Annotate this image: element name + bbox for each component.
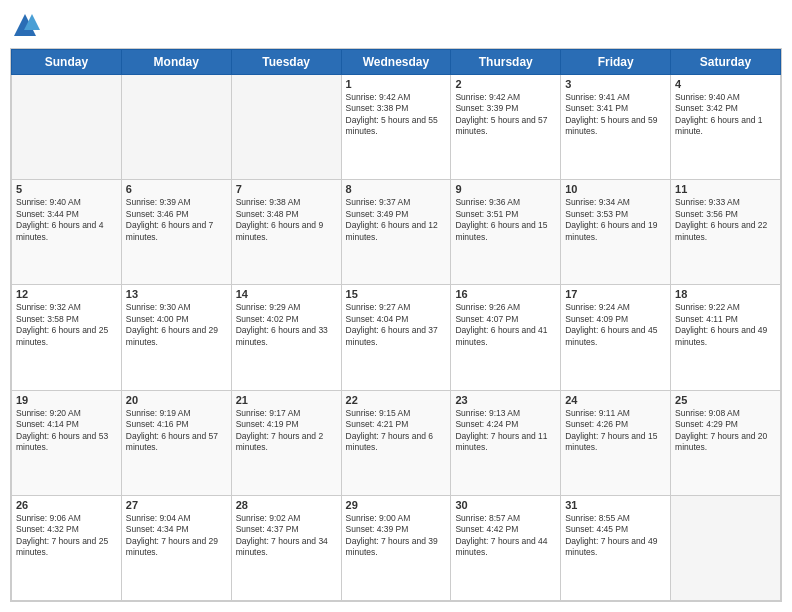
week-row-4: 19Sunrise: 9:20 AM Sunset: 4:14 PM Dayli… bbox=[12, 390, 781, 495]
day-number: 27 bbox=[126, 499, 227, 511]
day-info: Sunrise: 9:27 AM Sunset: 4:04 PM Dayligh… bbox=[346, 302, 447, 348]
day-number: 22 bbox=[346, 394, 447, 406]
day-cell-9: 9Sunrise: 9:36 AM Sunset: 3:51 PM Daylig… bbox=[451, 180, 561, 285]
week-row-5: 26Sunrise: 9:06 AM Sunset: 4:32 PM Dayli… bbox=[12, 495, 781, 600]
day-number: 6 bbox=[126, 183, 227, 195]
day-header-tuesday: Tuesday bbox=[231, 50, 341, 75]
day-number: 1 bbox=[346, 78, 447, 90]
day-info: Sunrise: 9:39 AM Sunset: 3:46 PM Dayligh… bbox=[126, 197, 227, 243]
day-info: Sunrise: 9:06 AM Sunset: 4:32 PM Dayligh… bbox=[16, 513, 117, 559]
day-cell-2: 2Sunrise: 9:42 AM Sunset: 3:39 PM Daylig… bbox=[451, 75, 561, 180]
day-number: 12 bbox=[16, 288, 117, 300]
day-number: 24 bbox=[565, 394, 666, 406]
day-header-monday: Monday bbox=[121, 50, 231, 75]
day-info: Sunrise: 9:40 AM Sunset: 3:42 PM Dayligh… bbox=[675, 92, 776, 138]
day-cell-26: 26Sunrise: 9:06 AM Sunset: 4:32 PM Dayli… bbox=[12, 495, 122, 600]
page: SundayMondayTuesdayWednesdayThursdayFrid… bbox=[0, 0, 792, 612]
day-cell-18: 18Sunrise: 9:22 AM Sunset: 4:11 PM Dayli… bbox=[671, 285, 781, 390]
day-number: 18 bbox=[675, 288, 776, 300]
day-info: Sunrise: 9:30 AM Sunset: 4:00 PM Dayligh… bbox=[126, 302, 227, 348]
day-number: 7 bbox=[236, 183, 337, 195]
day-cell-15: 15Sunrise: 9:27 AM Sunset: 4:04 PM Dayli… bbox=[341, 285, 451, 390]
day-info: Sunrise: 9:40 AM Sunset: 3:44 PM Dayligh… bbox=[16, 197, 117, 243]
day-info: Sunrise: 9:41 AM Sunset: 3:41 PM Dayligh… bbox=[565, 92, 666, 138]
day-info: Sunrise: 9:33 AM Sunset: 3:56 PM Dayligh… bbox=[675, 197, 776, 243]
logo bbox=[10, 10, 44, 40]
day-cell-13: 13Sunrise: 9:30 AM Sunset: 4:00 PM Dayli… bbox=[121, 285, 231, 390]
day-cell-27: 27Sunrise: 9:04 AM Sunset: 4:34 PM Dayli… bbox=[121, 495, 231, 600]
day-info: Sunrise: 8:57 AM Sunset: 4:42 PM Dayligh… bbox=[455, 513, 556, 559]
day-number: 14 bbox=[236, 288, 337, 300]
day-number: 3 bbox=[565, 78, 666, 90]
day-cell-3: 3Sunrise: 9:41 AM Sunset: 3:41 PM Daylig… bbox=[561, 75, 671, 180]
day-info: Sunrise: 9:26 AM Sunset: 4:07 PM Dayligh… bbox=[455, 302, 556, 348]
day-info: Sunrise: 9:17 AM Sunset: 4:19 PM Dayligh… bbox=[236, 408, 337, 454]
day-header-thursday: Thursday bbox=[451, 50, 561, 75]
day-info: Sunrise: 9:38 AM Sunset: 3:48 PM Dayligh… bbox=[236, 197, 337, 243]
day-number: 17 bbox=[565, 288, 666, 300]
day-cell-empty bbox=[12, 75, 122, 180]
day-info: Sunrise: 9:20 AM Sunset: 4:14 PM Dayligh… bbox=[16, 408, 117, 454]
day-cell-29: 29Sunrise: 9:00 AM Sunset: 4:39 PM Dayli… bbox=[341, 495, 451, 600]
day-info: Sunrise: 9:24 AM Sunset: 4:09 PM Dayligh… bbox=[565, 302, 666, 348]
day-info: Sunrise: 9:13 AM Sunset: 4:24 PM Dayligh… bbox=[455, 408, 556, 454]
calendar-body: 1Sunrise: 9:42 AM Sunset: 3:38 PM Daylig… bbox=[12, 75, 781, 601]
day-info: Sunrise: 9:08 AM Sunset: 4:29 PM Dayligh… bbox=[675, 408, 776, 454]
day-info: Sunrise: 9:32 AM Sunset: 3:58 PM Dayligh… bbox=[16, 302, 117, 348]
day-number: 16 bbox=[455, 288, 556, 300]
day-cell-21: 21Sunrise: 9:17 AM Sunset: 4:19 PM Dayli… bbox=[231, 390, 341, 495]
calendar-header: SundayMondayTuesdayWednesdayThursdayFrid… bbox=[12, 50, 781, 75]
day-info: Sunrise: 9:34 AM Sunset: 3:53 PM Dayligh… bbox=[565, 197, 666, 243]
day-cell-14: 14Sunrise: 9:29 AM Sunset: 4:02 PM Dayli… bbox=[231, 285, 341, 390]
day-number: 21 bbox=[236, 394, 337, 406]
day-number: 10 bbox=[565, 183, 666, 195]
day-cell-17: 17Sunrise: 9:24 AM Sunset: 4:09 PM Dayli… bbox=[561, 285, 671, 390]
header bbox=[10, 10, 782, 40]
day-number: 2 bbox=[455, 78, 556, 90]
day-cell-5: 5Sunrise: 9:40 AM Sunset: 3:44 PM Daylig… bbox=[12, 180, 122, 285]
day-number: 20 bbox=[126, 394, 227, 406]
day-number: 15 bbox=[346, 288, 447, 300]
day-cell-20: 20Sunrise: 9:19 AM Sunset: 4:16 PM Dayli… bbox=[121, 390, 231, 495]
day-info: Sunrise: 9:37 AM Sunset: 3:49 PM Dayligh… bbox=[346, 197, 447, 243]
day-info: Sunrise: 9:04 AM Sunset: 4:34 PM Dayligh… bbox=[126, 513, 227, 559]
day-cell-24: 24Sunrise: 9:11 AM Sunset: 4:26 PM Dayli… bbox=[561, 390, 671, 495]
day-info: Sunrise: 9:36 AM Sunset: 3:51 PM Dayligh… bbox=[455, 197, 556, 243]
day-cell-23: 23Sunrise: 9:13 AM Sunset: 4:24 PM Dayli… bbox=[451, 390, 561, 495]
day-cell-1: 1Sunrise: 9:42 AM Sunset: 3:38 PM Daylig… bbox=[341, 75, 451, 180]
day-info: Sunrise: 8:55 AM Sunset: 4:45 PM Dayligh… bbox=[565, 513, 666, 559]
day-cell-22: 22Sunrise: 9:15 AM Sunset: 4:21 PM Dayli… bbox=[341, 390, 451, 495]
day-header-saturday: Saturday bbox=[671, 50, 781, 75]
day-cell-28: 28Sunrise: 9:02 AM Sunset: 4:37 PM Dayli… bbox=[231, 495, 341, 600]
day-header-friday: Friday bbox=[561, 50, 671, 75]
day-cell-10: 10Sunrise: 9:34 AM Sunset: 3:53 PM Dayli… bbox=[561, 180, 671, 285]
week-row-1: 1Sunrise: 9:42 AM Sunset: 3:38 PM Daylig… bbox=[12, 75, 781, 180]
logo-icon bbox=[10, 10, 40, 40]
header-row: SundayMondayTuesdayWednesdayThursdayFrid… bbox=[12, 50, 781, 75]
calendar-table: SundayMondayTuesdayWednesdayThursdayFrid… bbox=[11, 49, 781, 601]
day-cell-empty bbox=[671, 495, 781, 600]
day-cell-30: 30Sunrise: 8:57 AM Sunset: 4:42 PM Dayli… bbox=[451, 495, 561, 600]
day-info: Sunrise: 9:11 AM Sunset: 4:26 PM Dayligh… bbox=[565, 408, 666, 454]
day-cell-7: 7Sunrise: 9:38 AM Sunset: 3:48 PM Daylig… bbox=[231, 180, 341, 285]
day-cell-empty bbox=[231, 75, 341, 180]
calendar: SundayMondayTuesdayWednesdayThursdayFrid… bbox=[10, 48, 782, 602]
day-cell-empty bbox=[121, 75, 231, 180]
day-number: 13 bbox=[126, 288, 227, 300]
day-cell-19: 19Sunrise: 9:20 AM Sunset: 4:14 PM Dayli… bbox=[12, 390, 122, 495]
day-number: 29 bbox=[346, 499, 447, 511]
day-cell-4: 4Sunrise: 9:40 AM Sunset: 3:42 PM Daylig… bbox=[671, 75, 781, 180]
day-info: Sunrise: 9:42 AM Sunset: 3:39 PM Dayligh… bbox=[455, 92, 556, 138]
day-number: 19 bbox=[16, 394, 117, 406]
day-number: 8 bbox=[346, 183, 447, 195]
day-number: 30 bbox=[455, 499, 556, 511]
day-number: 9 bbox=[455, 183, 556, 195]
day-number: 4 bbox=[675, 78, 776, 90]
week-row-2: 5Sunrise: 9:40 AM Sunset: 3:44 PM Daylig… bbox=[12, 180, 781, 285]
day-number: 26 bbox=[16, 499, 117, 511]
day-header-sunday: Sunday bbox=[12, 50, 122, 75]
day-number: 31 bbox=[565, 499, 666, 511]
day-info: Sunrise: 9:29 AM Sunset: 4:02 PM Dayligh… bbox=[236, 302, 337, 348]
day-cell-6: 6Sunrise: 9:39 AM Sunset: 3:46 PM Daylig… bbox=[121, 180, 231, 285]
day-cell-25: 25Sunrise: 9:08 AM Sunset: 4:29 PM Dayli… bbox=[671, 390, 781, 495]
